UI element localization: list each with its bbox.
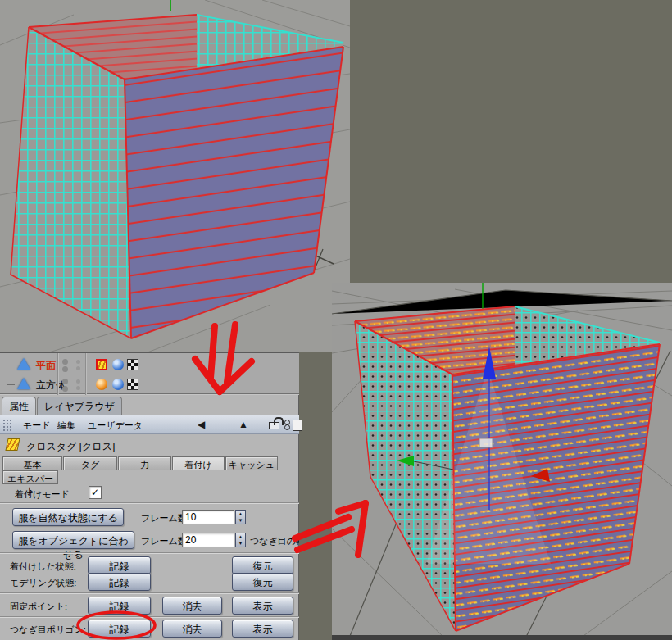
column-divider [85, 353, 86, 395]
visibility-dot[interactable] [62, 366, 68, 372]
fit-to-object-button[interactable]: 服をオブジェクトに合わせる [12, 531, 134, 549]
separator [0, 552, 299, 554]
dress-state-label: 着付けした状態: [10, 561, 76, 573]
phong-tag-icon[interactable] [112, 379, 124, 390]
lock-icon[interactable] [269, 422, 279, 429]
history-back-icon[interactable]: ◀ [198, 419, 205, 430]
visibility-dot[interactable] [62, 386, 68, 392]
separator [0, 616, 299, 618]
fix-points-show-button[interactable]: 表示 [232, 597, 293, 615]
fit-frames-spinner[interactable]: ▲ ▼ [235, 533, 246, 547]
tab-dresser[interactable]: 着付け [172, 456, 225, 470]
spin-down-icon[interactable]: ▼ [238, 541, 243, 546]
plane-object-icon[interactable] [17, 358, 30, 370]
tab-tag[interactable]: タグ [63, 456, 117, 470]
new-panel-icon[interactable] [293, 420, 302, 431]
object-manager: 平面 立方体 [0, 353, 299, 395]
separator [0, 592, 299, 594]
tab-layer-browser[interactable]: レイヤブラウザ [37, 397, 122, 415]
tag-title: クロスタグ [クロス] [26, 440, 115, 454]
seam-width-label: つなぎ目の幅 [250, 535, 299, 547]
relax-frames-input[interactable] [182, 510, 234, 524]
menu-mode[interactable]: モード [23, 420, 51, 432]
frames-label: フレーム数 [141, 535, 187, 547]
object-label[interactable]: 立方体 [36, 379, 66, 393]
modeling-state-record-button[interactable]: 記録 [88, 573, 151, 591]
modeling-state-label: モデリング状態: [10, 577, 76, 589]
fix-points-label: 固定ポイント: [10, 601, 67, 613]
enable-dot[interactable] [76, 366, 80, 370]
parent-up-icon[interactable]: ▲ [238, 419, 248, 430]
fix-points-record-button[interactable]: 記録 [88, 597, 151, 615]
visibility-dot[interactable] [62, 359, 68, 365]
fix-points-clear-button[interactable]: 消去 [162, 597, 222, 615]
seam-polys-record-button[interactable]: 記録 [88, 620, 151, 638]
spin-up-icon[interactable]: ▲ [238, 534, 243, 539]
cinema4d-cloth-tutorial-screenshot: 平面 立方体 [0, 0, 672, 640]
column-divider [57, 353, 58, 395]
dress-mode-checkbox[interactable]: ✓ [89, 486, 102, 499]
material-tag-icon[interactable] [96, 379, 107, 390]
viewport-bottom-bar [332, 635, 672, 640]
attribute-menubar: モード 編集 ユーザデータ ◀ ▲ [0, 415, 299, 434]
enable-dot[interactable] [76, 360, 80, 364]
relax-button[interactable]: 服を自然な状態にする [12, 508, 124, 526]
enable-dot[interactable] [76, 379, 80, 384]
attribute-manager-panel: 平面 立方体 [0, 352, 299, 640]
checker-tag-icon[interactable] [127, 379, 138, 390]
fit-frames-input[interactable] [182, 533, 234, 547]
menu-edit[interactable]: 編集 [57, 420, 75, 432]
drag-grip-icon[interactable] [2, 419, 11, 432]
track-icon[interactable] [284, 420, 291, 432]
viewport-after[interactable] [332, 283, 672, 640]
visibility-dot[interactable] [62, 379, 68, 384]
frames-label: フレーム数 [141, 512, 187, 524]
tab-basic[interactable]: 基本 [2, 456, 62, 470]
seam-polys-show-button[interactable]: 表示 [232, 620, 293, 638]
tab-expert[interactable]: エキスパート [2, 470, 58, 484]
checker-tag-icon[interactable] [127, 359, 138, 370]
origin-handle[interactable] [479, 438, 493, 447]
tree-branch [5, 375, 16, 393]
phong-tag-icon[interactable] [112, 359, 124, 370]
viewport-before[interactable] [0, 0, 350, 352]
cube-object-icon[interactable] [17, 378, 30, 389]
tab-forces[interactable]: 力 [118, 456, 171, 470]
object-label[interactable]: 平面 [36, 359, 56, 373]
separator [0, 502, 299, 504]
seam-polys-clear-button[interactable]: 消去 [162, 620, 222, 638]
enable-dot[interactable] [76, 386, 80, 390]
tab-attributes[interactable]: 属性 [2, 397, 36, 415]
modeling-state-restore-button[interactable]: 復元 [232, 573, 293, 591]
seam-polys-label: つなぎ目ポリゴン: [10, 624, 86, 636]
spin-down-icon[interactable]: ▼ [238, 518, 243, 523]
dress-mode-label: 着付けモード [15, 488, 70, 501]
tab-cache[interactable]: キャッシュ [225, 456, 278, 470]
tree-branch [5, 356, 16, 374]
object-row-plane[interactable]: 平面 [0, 356, 299, 374]
spin-up-icon[interactable]: ▲ [238, 511, 243, 516]
dress-state-record-button[interactable]: 記録 [88, 556, 151, 574]
cloth-tag-icon [5, 438, 20, 451]
relax-frames-spinner[interactable]: ▲ ▼ [235, 510, 246, 524]
dress-state-restore-button[interactable]: 復元 [232, 556, 293, 574]
menu-userdata[interactable]: ユーザデータ [88, 420, 143, 432]
cloth-tag-icon[interactable] [96, 359, 107, 370]
object-row-cube[interactable]: 立方体 [0, 375, 299, 393]
